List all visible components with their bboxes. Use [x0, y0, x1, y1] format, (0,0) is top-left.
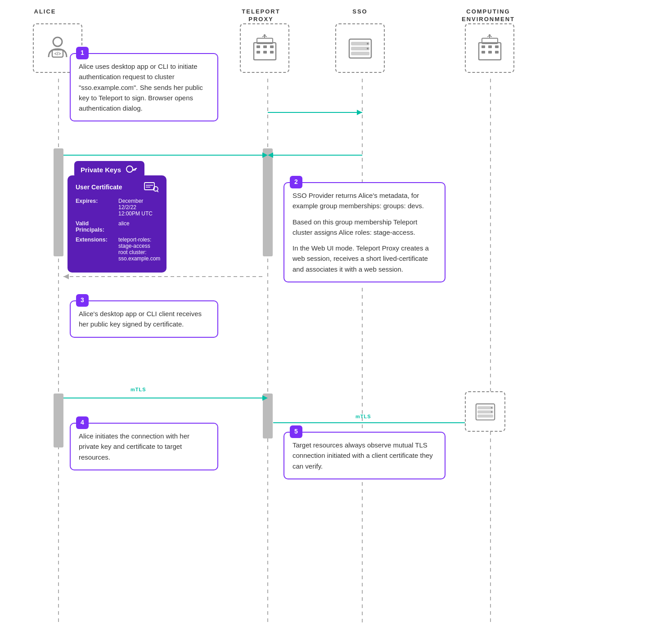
- svg-rect-48: [488, 51, 492, 54]
- svg-rect-64: [144, 183, 154, 190]
- svg-text:</>: </>: [54, 51, 61, 56]
- svg-marker-10: [262, 152, 268, 158]
- svg-point-60: [126, 166, 133, 172]
- svg-rect-46: [495, 45, 499, 48]
- svg-rect-44: [482, 45, 485, 48]
- callout-number-2: 2: [290, 176, 302, 188]
- computing-env-actor: [465, 23, 514, 73]
- cert-icon: [144, 182, 158, 192]
- callout-3-text: Alice's desktop app or CLI client receiv…: [79, 309, 209, 330]
- svg-rect-31: [270, 51, 274, 54]
- cert-card-header: User Certificate: [76, 182, 158, 192]
- svg-rect-30: [263, 51, 267, 54]
- svg-marker-18: [262, 395, 268, 401]
- computing-label: COMPUTINGENVIRONMENT: [462, 8, 515, 22]
- diagram-container: ALICE TELEPORTPROXY SSO COMPUTINGENVIRON…: [0, 0, 666, 644]
- svg-rect-57: [477, 414, 493, 417]
- svg-rect-38: [351, 47, 369, 50]
- cert-row-expires: Expires: December 12/2/2212:00PM UTC: [76, 198, 158, 217]
- sso-icon: [346, 34, 375, 63]
- svg-rect-45: [488, 45, 492, 48]
- alice-icon: </>: [44, 35, 71, 62]
- private-keys-label: Private Keys: [81, 166, 121, 174]
- svg-rect-6: [54, 394, 63, 447]
- key-icon: [126, 165, 137, 174]
- callout-number-4: 4: [76, 416, 89, 429]
- cert-card: User Certificate Expires: December 12/2/…: [68, 175, 166, 273]
- svg-rect-5: [54, 148, 63, 256]
- callout-1: 1 Alice uses desktop app or CLI to initi…: [70, 53, 218, 121]
- computing-env-icon: [475, 34, 504, 63]
- svg-line-68: [157, 191, 158, 192]
- callout-number-1: 1: [76, 47, 89, 59]
- col-header-sso: SSO: [335, 8, 385, 15]
- callout-2: 2 SSO Provider returns Alice's metadata,…: [284, 182, 446, 282]
- svg-rect-56: [477, 410, 493, 413]
- svg-rect-26: [256, 45, 260, 48]
- svg-rect-8: [263, 394, 273, 438]
- callout-4: 4 Alice initiates the connection with he…: [70, 423, 218, 470]
- cert-row-extensions: Extensions: teleport-roles:stage-accessr…: [76, 237, 158, 262]
- svg-rect-37: [351, 42, 369, 45]
- teleport-proxy-icon: [250, 34, 279, 63]
- svg-point-41: [367, 48, 369, 49]
- svg-rect-28: [270, 45, 274, 48]
- svg-point-40: [367, 43, 369, 45]
- teleport-label: TELEPORTPROXY: [242, 8, 280, 22]
- teleport-proxy-actor: [240, 23, 289, 73]
- target-resource-icon: [473, 399, 498, 424]
- sso-actor: [335, 23, 385, 73]
- callout-2-p1: SSO Provider returns Alice's metadata, f…: [292, 190, 436, 211]
- callout-3: 3 Alice's desktop app or CLI client rece…: [70, 300, 218, 338]
- cert-row-principals: Valid Principals: alice: [76, 220, 158, 233]
- svg-point-21: [53, 37, 62, 46]
- svg-marker-12: [268, 152, 273, 158]
- svg-rect-27: [263, 45, 267, 48]
- callout-2-p3: In the Web UI mode. Teleport Proxy creat…: [292, 243, 436, 274]
- svg-rect-29: [256, 51, 260, 54]
- callout-5: 5 Target resources always observe mutual…: [284, 432, 446, 479]
- callout-1-text: Alice uses desktop app or CLI to initiat…: [79, 61, 209, 113]
- svg-rect-7: [263, 148, 273, 256]
- col-header-computing: COMPUTINGENVIRONMENT: [446, 8, 531, 23]
- mtls-label-2: mTLS: [356, 414, 371, 419]
- svg-marker-16: [63, 274, 69, 279]
- callout-5-text: Target resources always observe mutual T…: [292, 440, 436, 471]
- svg-rect-39: [351, 52, 369, 55]
- svg-marker-14: [357, 110, 362, 115]
- svg-rect-55: [477, 406, 493, 409]
- callout-4-text: Alice initiates the connection with her …: [79, 431, 209, 462]
- callout-number-3: 3: [76, 294, 89, 307]
- mtls-label-1: mTLS: [130, 387, 146, 392]
- svg-point-58: [490, 407, 492, 408]
- col-header-alice: ALICE: [14, 8, 76, 15]
- col-header-teleport: TELEPORTPROXY: [230, 8, 292, 23]
- svg-rect-47: [482, 51, 485, 54]
- svg-point-59: [490, 411, 492, 412]
- callout-number-5: 5: [290, 425, 302, 438]
- callout-2-p2: Based on this group membership Teleport …: [292, 217, 436, 238]
- target-resource-actor: [465, 391, 505, 432]
- svg-rect-49: [495, 51, 499, 54]
